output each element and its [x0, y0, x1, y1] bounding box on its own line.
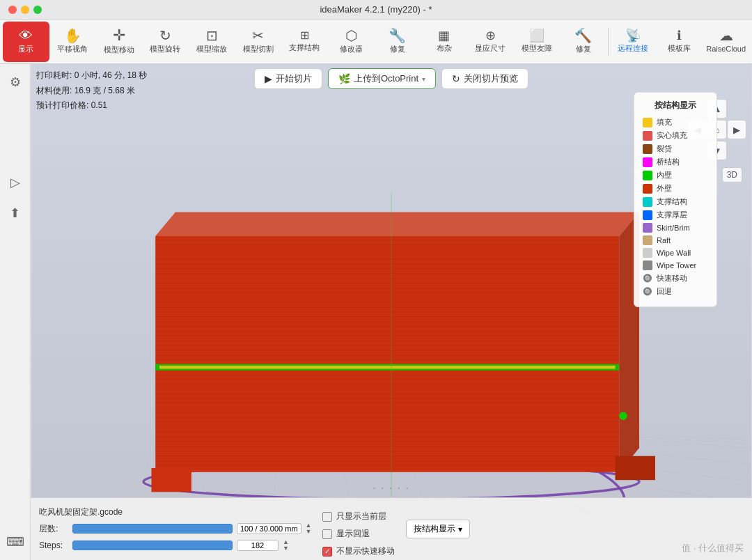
nav-right-button[interactable]: ▶ [727, 120, 746, 139]
show-retract-checkbox[interactable] [322, 529, 332, 539]
legend-color-crack [643, 144, 652, 154]
close-preview-button[interactable]: ↻ 关闭切片预览 [441, 68, 528, 89]
cut-model-icon: ✂ [252, 29, 264, 42]
display-mode-row: 按结构显示 ▾ [406, 520, 470, 538]
toolbar-move-bed-label: 平移视角 [57, 45, 88, 54]
toolbar-scale-model[interactable]: ⊡ 模型缩放 [189, 22, 235, 62]
dots-indicator: · · · · · [373, 482, 409, 493]
watermark: 值 · 什么值得买 [682, 542, 744, 554]
legend-label-supports: 支撑结构 [657, 196, 687, 207]
toolbar-move-bed[interactable]: ✋ 平移视角 [49, 22, 96, 62]
viewport-area: 打印耗时: 0 小时, 46 分, 18 秒 材料使用: 16.9 克 / 5.… [31, 64, 752, 560]
bottom-middle-panel: 只显示当前层 显示回退 ✓ 不显示快速移动 [322, 504, 395, 554]
toolbar-measure[interactable]: ⊕ 显应尺寸 [467, 22, 514, 62]
modifier-icon: ⬡ [345, 29, 357, 42]
legend-color-wipe-tower [643, 260, 652, 270]
octo-icon: 🌿 [338, 73, 350, 84]
traffic-lights [8, 6, 42, 14]
legend-color-solid-fill [643, 131, 652, 141]
toolbar-rotate-model[interactable]: ↻ 模型旋转 [142, 22, 189, 62]
toolbar-fix-label: 修复 [390, 45, 405, 54]
minimize-button[interactable] [21, 6, 29, 14]
display-mode-button[interactable]: 按结构显示 ▾ [406, 520, 470, 538]
fast-move-icon: 🔘 [643, 274, 652, 283]
layer-arrows[interactable]: ▲ ▼ [306, 522, 312, 535]
show-current-layer-checkbox[interactable] [322, 512, 332, 522]
no-fast-move-label: 不显示快速移动 [336, 545, 395, 557]
legend-label-raft: Raft [657, 236, 671, 244]
steps-slider[interactable] [72, 540, 233, 550]
toolbar-modifier[interactable]: ⬡ 修改器 [328, 22, 375, 62]
layer-down-arrow[interactable]: ▼ [306, 529, 312, 535]
close-button[interactable] [8, 6, 17, 14]
start-slice-button[interactable]: ▶ 开始切片 [254, 68, 322, 89]
steps-down-arrow[interactable]: ▼ [283, 545, 289, 552]
legend-color-wipe-wall [643, 248, 652, 258]
legend-color-raft [643, 235, 652, 245]
toolbar-move-model-label: 模型移动 [104, 45, 134, 54]
legend-label-fill: 填充 [657, 117, 672, 127]
supports-icon: ⊞ [300, 30, 309, 41]
legend-color-support-layer [643, 210, 652, 220]
legend-item-raft: Raft [643, 235, 708, 245]
legend-panel: 按结构显示 填充 实心填充 裂贷 桥结构 内壁 [634, 92, 717, 307]
svg-rect-74 [159, 366, 616, 369]
sidebar-play-btn[interactable]: ▷ [3, 170, 28, 195]
toolbar-display[interactable]: 👁 显示 [3, 22, 49, 62]
legend-label-wipe-wall: Wipe Wall [657, 249, 691, 257]
legend-color-bridge [643, 157, 652, 167]
filename-label: 吃风机架固定架.gcode [39, 506, 311, 518]
cloud-icon: ☁ [719, 29, 733, 42]
move-bed-icon: ✋ [64, 29, 81, 42]
move-model-icon: ✛ [113, 28, 125, 43]
toolbar-rotate-model-label: 模型旋转 [150, 45, 180, 54]
sidebar-upload-btn[interactable]: ⬆ [3, 201, 28, 226]
legend-item-wipe-tower: Wipe Tower [643, 260, 708, 270]
legend-item-crack: 裂贷 [643, 143, 708, 154]
steps-arrows[interactable]: ▲ ▼ [283, 539, 289, 552]
bottom-bar: 吃风机架固定架.gcode 层数: 100 / 30.000 mm ▲ ▼ St… [31, 497, 752, 560]
layer-slider[interactable] [72, 524, 233, 534]
toolbar-cloud[interactable]: ☁ RaiseCloud [703, 22, 749, 62]
estimated-price: 预计打印价格: 0.51 [36, 98, 147, 114]
sidebar-keyboard-btn[interactable]: ⌨ [3, 529, 28, 554]
show-retract-label: 显示回退 [336, 528, 370, 540]
toolbar: 👁 显示 ✋ 平移视角 ✛ 模型移动 ↻ 模型旋转 ⊡ 模型缩放 ✂ 模型切割 … [0, 20, 752, 64]
toolbar-cut-model[interactable]: ✂ 模型切割 [235, 22, 281, 62]
measure-icon: ⊕ [485, 29, 496, 42]
toolbar-remote-label: 远程连接 [618, 44, 648, 53]
remote-icon: 📡 [625, 29, 641, 42]
toolbar-model-check[interactable]: ⬜ 模型友障 [514, 22, 561, 62]
titlebar: ideaMaker 4.2.1 (my220) - * [0, 0, 752, 20]
display-icon: 👁 [19, 29, 33, 42]
sidebar-settings-btn[interactable]: ⚙ [3, 70, 28, 95]
dropdown-arrow-icon: ▾ [422, 75, 425, 83]
texture-icon: ▦ [438, 29, 450, 42]
toolbar-texture[interactable]: ▦ 布杂 [421, 22, 467, 62]
maximize-button[interactable] [33, 6, 42, 14]
steps-slider-row: Steps: 182 ▲ ▼ [39, 539, 311, 552]
legend-item-fast-move: 🔘 快速移动 [643, 273, 708, 283]
scale-model-icon: ⊡ [206, 29, 218, 42]
toolbar-measure-label: 显应尺寸 [475, 44, 506, 53]
left-sidebar: ⚙ ▷ ⬆ ⌨ [0, 64, 31, 560]
toolbar-supports-label: 支撑结构 [289, 43, 320, 52]
toolbar-supports[interactable]: ⊞ 支撑结构 [281, 22, 328, 62]
layer-label: 层数: [39, 523, 68, 535]
toolbar-repair[interactable]: 🔨 修复 [560, 22, 606, 62]
toolbar-fix[interactable]: 🔧 修复 [375, 22, 421, 62]
no-fast-move-checkbox[interactable]: ✓ [322, 547, 332, 557]
legend-label-fast-move: 快速移动 [657, 273, 687, 283]
toolbar-template[interactable]: ℹ 模板库 [657, 22, 703, 62]
legend-item-retract: 🔘 回退 [643, 286, 708, 297]
legend-label-wipe-tower: Wipe Tower [657, 261, 696, 270]
retract-icon: 🔘 [643, 287, 652, 297]
legend-color-skirt [643, 223, 652, 233]
main-layout: ⚙ ▷ ⬆ ⌨ 打印耗时: 0 小时, 46 分, 18 秒 材料使用: 16.… [0, 64, 752, 560]
legend-item-bridge: 桥结构 [643, 157, 708, 167]
toolbar-remote[interactable]: 📡 远程连接 [610, 22, 657, 62]
upload-octo-button[interactable]: 🌿 上传到OctoPrint ▾ [328, 68, 436, 89]
toolbar-texture-label: 布杂 [437, 44, 452, 53]
toolbar-repair-label: 修复 [576, 45, 591, 54]
toolbar-move-model[interactable]: ✛ 模型移动 [95, 22, 142, 62]
